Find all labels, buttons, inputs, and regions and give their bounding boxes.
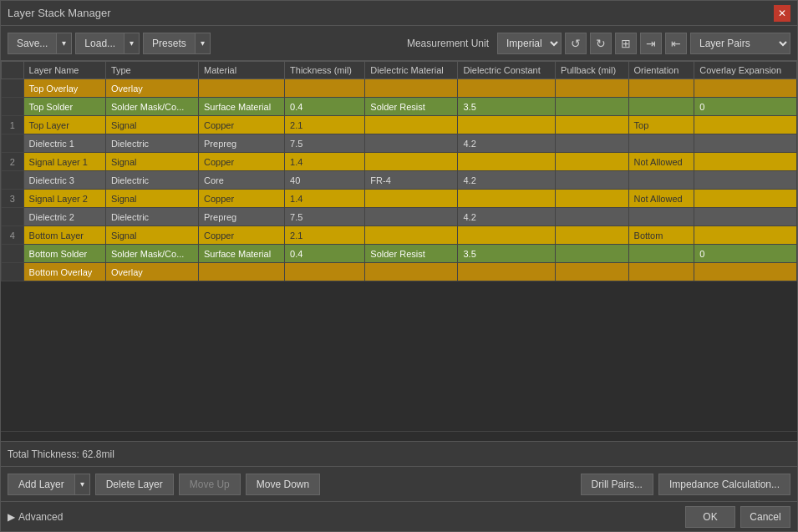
cell-orientation [628, 134, 694, 153]
table-row[interactable]: 4Bottom LayerSignalCopper2.1Bottom [2, 226, 797, 245]
table-row[interactable]: Dielectric 3DielectricCore40FR-44.2 [2, 171, 797, 190]
cell-diel-material: Solder Resist [365, 98, 458, 116]
advanced-label: Advanced [18, 511, 63, 523]
cell-num [2, 134, 24, 153]
close-button[interactable]: ✕ [774, 5, 790, 22]
table-row[interactable]: 1Top LayerSignalCopper2.1Top [2, 116, 797, 134]
table-row[interactable]: Bottom OverlayOverlay [2, 263, 797, 281]
cell-orientation: Not Allowed [628, 190, 694, 208]
cell-num [2, 98, 24, 116]
cell-diel-material: FR-4 [365, 171, 458, 190]
col-diel-material: Dielectric Material [365, 62, 458, 79]
table-row[interactable]: Top OverlayOverlay [2, 79, 797, 98]
advanced-section[interactable]: ▶ Advanced [8, 511, 63, 523]
load-dropdown-button[interactable]: ▾ [125, 33, 140, 54]
view-button[interactable]: ⊞ [615, 33, 637, 54]
dialog-title: Layer Stack Manager [8, 7, 111, 19]
load-group: Load... ▾ [75, 33, 140, 54]
horizontal-scrollbar[interactable] [1, 431, 797, 441]
export-button[interactable]: ⇤ [665, 33, 687, 54]
cell-thickness: 7.5 [285, 134, 365, 153]
cell-diel-constant: 4.2 [458, 171, 556, 190]
cell-pullback [556, 79, 628, 98]
cell-pullback [556, 208, 628, 226]
cell-thickness: 40 [285, 171, 365, 190]
cell-layer-name: Top Layer [23, 116, 105, 134]
drill-pairs-button[interactable]: Drill Pairs... [581, 474, 653, 495]
cell-thickness: 2.1 [285, 116, 365, 134]
layer-pairs-select[interactable]: Layer Pairs [690, 33, 790, 54]
table-row[interactable]: 3Signal Layer 2SignalCopper1.4Not Allowe… [2, 190, 797, 208]
load-button[interactable]: Load... [75, 33, 125, 54]
cell-coverlay [694, 263, 797, 281]
cell-material: Surface Material [199, 98, 285, 116]
cell-diel-constant [458, 263, 556, 281]
cell-type: Solder Mask/Co... [105, 245, 198, 263]
cell-material: Copper [199, 153, 285, 171]
table-container[interactable]: Layer Name Type Material Thickness (mil)… [1, 61, 797, 431]
presets-button[interactable]: Presets [143, 33, 196, 54]
cell-type: Solder Mask/Co... [105, 98, 198, 116]
cell-diel-constant: 4.2 [458, 208, 556, 226]
move-up-button[interactable]: Move Up [179, 474, 241, 495]
cell-coverlay: 0 [694, 98, 797, 116]
layer-table: Layer Name Type Material Thickness (mil)… [1, 61, 797, 281]
save-button[interactable]: Save... [8, 33, 57, 54]
cell-layer-name: Dielectric 3 [23, 171, 105, 190]
cell-material [199, 79, 285, 98]
cell-material: Core [199, 171, 285, 190]
table-row[interactable]: Top SolderSolder Mask/Co...Surface Mater… [2, 98, 797, 116]
cell-coverlay [694, 134, 797, 153]
cell-layer-name: Signal Layer 2 [23, 190, 105, 208]
table-row[interactable]: 2Signal Layer 1SignalCopper1.4Not Allowe… [2, 153, 797, 171]
cell-diel-constant [458, 190, 556, 208]
cell-layer-name: Dielectric 2 [23, 208, 105, 226]
save-group: Save... ▾ [8, 33, 72, 54]
cell-orientation [628, 263, 694, 281]
undo-button[interactable]: ↺ [565, 33, 587, 54]
cell-diel-material [365, 153, 458, 171]
footer: ▶ Advanced OK Cancel [1, 501, 797, 531]
cell-num: 4 [2, 226, 24, 245]
table-row[interactable]: Dielectric 1DielectricPrepreg7.54.2 [2, 134, 797, 153]
delete-layer-button[interactable]: Delete Layer [95, 474, 174, 495]
cell-type: Dielectric [105, 171, 198, 190]
cell-diel-material [365, 79, 458, 98]
cell-material: Prepreg [199, 134, 285, 153]
presets-dropdown-button[interactable]: ▾ [196, 33, 211, 54]
cell-material: Surface Material [199, 245, 285, 263]
cell-type: Signal [105, 226, 198, 245]
import-button[interactable]: ⇥ [640, 33, 662, 54]
move-down-button[interactable]: Move Down [246, 474, 320, 495]
cell-layer-name: Top Solder [23, 98, 105, 116]
cell-material: Prepreg [199, 208, 285, 226]
cell-thickness: 2.1 [285, 226, 365, 245]
title-bar: Layer Stack Manager ✕ [1, 1, 797, 26]
cell-diel-material: Solder Resist [365, 245, 458, 263]
cell-pullback [556, 263, 628, 281]
cell-num [2, 263, 24, 281]
cell-thickness [285, 263, 365, 281]
impedance-calc-button[interactable]: Impedance Calculation... [658, 474, 790, 495]
col-layer-name: Layer Name [23, 62, 105, 79]
redo-button[interactable]: ↻ [590, 33, 612, 54]
cell-diel-material [365, 263, 458, 281]
status-bar: Total Thickness: 62.8mil [1, 441, 797, 466]
cell-orientation: Top [628, 116, 694, 134]
cell-diel-constant: 4.2 [458, 134, 556, 153]
cell-type: Overlay [105, 79, 198, 98]
ok-button[interactable]: OK [685, 506, 735, 528]
cell-coverlay [694, 190, 797, 208]
measurement-unit-select[interactable]: Imperial Metric [497, 33, 562, 54]
table-row[interactable]: Bottom SolderSolder Mask/Co...Surface Ma… [2, 245, 797, 263]
cell-thickness: 0.4 [285, 245, 365, 263]
table-row[interactable]: Dielectric 2DielectricPrepreg7.54.2 [2, 208, 797, 226]
cell-orientation: Not Allowed [628, 153, 694, 171]
cell-num: 3 [2, 190, 24, 208]
cell-coverlay [694, 79, 797, 98]
add-layer-dropdown-button[interactable]: ▾ [75, 474, 90, 495]
save-dropdown-button[interactable]: ▾ [57, 33, 72, 54]
total-thickness-label: Total Thickness: 62.8mil [8, 448, 114, 460]
cancel-button[interactable]: Cancel [740, 506, 790, 528]
add-layer-button[interactable]: Add Layer [8, 474, 75, 495]
